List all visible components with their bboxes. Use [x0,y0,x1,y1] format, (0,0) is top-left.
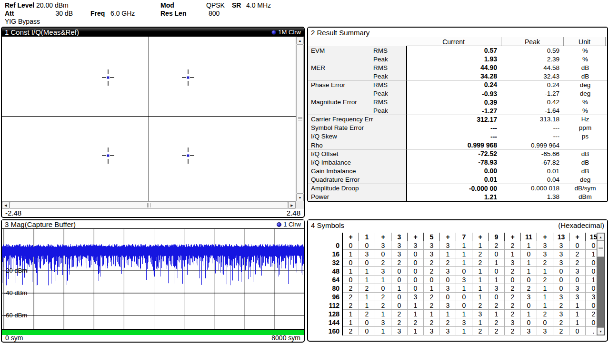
result-current-value: 1.93 [407,55,502,63]
symbol-cell: 3 [408,293,424,301]
ref-level-value[interactable]: 20.00 dBm [36,1,69,9]
scroll-up-icon[interactable]: ▲ [597,233,604,241]
symbol-cell: 1 [440,310,456,318]
symbols-window-titlebar[interactable]: 4 Symbols (Hexadecimal) [308,220,607,230]
result-peak-value: -1.64 [502,107,563,114]
result-unit: % [563,107,607,114]
res-len-label[interactable]: Res Len [160,10,186,17]
const-vertical-scrollbar[interactable]: ▲ ▼ [296,37,304,201]
symbol-cell: 2 [391,310,408,318]
symbol-cell: 3 [537,250,553,258]
const-x-axis [2,116,296,117]
symbols-col-header: 9 [489,233,505,241]
symbols-corner-cell [311,233,342,241]
result-row: Peak-0.93-1.27deg [308,89,607,98]
symbols-window: 4 Symbols (Hexadecimal) +1+3+5+7+9+11+13… [307,219,608,342]
const-vscroll-thumb[interactable] [296,44,304,194]
result-peak-value: 2.39 [502,56,563,63]
result-row: Quadrature Error0.010.04deg [308,175,607,184]
freq-label[interactable]: Freq [90,10,105,17]
symbols-col-header: 7 [456,233,472,241]
symbol-cell: 1 [342,310,359,318]
att-value[interactable]: 30 dB [36,10,73,17]
result-param-name: I/Q Skew [308,133,373,140]
thumb-grip-icon [298,117,302,121]
result-current-value: 0.24 [407,81,502,89]
ref-level-label[interactable]: Ref Level [5,1,34,9]
symbols-table-body: 0003333311221330016130303112010332132002… [311,241,602,335]
symbol-cell: 0 [440,275,456,284]
const-trace-legend[interactable]: 1M Clrw [271,29,301,36]
mag-plot-area[interactable]: -20 dBm-40 dBm-60 dBm [2,229,304,329]
symbols-row: 161303031120103321 [311,250,602,258]
symbol-cell: 0 [505,275,521,284]
result-param-name: I/Q Offset [308,150,373,157]
scroll-right-icon[interactable]: ▶ [288,202,296,209]
result-summary-titlebar[interactable]: 2 Result Summary [308,28,607,37]
mod-label[interactable]: Mod [160,1,174,9]
symbol-cell: 2 [342,327,359,335]
symbol-cell: 1 [375,327,391,335]
result-unit: dB [563,73,607,80]
mag-trace [2,229,304,329]
symbols-scrollbar[interactable]: ▲ ▼ [597,233,605,335]
result-peak-value: 0.04 [502,176,563,183]
result-summary-header: Current Peak Unit [308,37,607,46]
sr-label[interactable]: SR [232,1,241,9]
symbols-header-row: +1+3+5+7+9+11+13+15 [311,233,602,241]
result-param-name: Rho [308,142,373,149]
result-param-name: I/Q Imbalance [308,159,373,166]
res-len-value[interactable]: 800 [209,10,220,17]
result-unit: dB [563,159,607,166]
scroll-up-icon[interactable]: ▲ [296,37,304,44]
symbol-cell: 3 [553,293,569,301]
constellation-point [180,146,197,165]
symbol-cell: 3 [440,284,456,293]
result-current-value: 1.21 [407,193,502,201]
result-values: 44.9044.58dB [406,63,607,72]
symbol-cell: 1 [489,310,505,318]
symbols-row-index: 112 [311,301,342,310]
result-row: EVMRMS0.570.59% [308,46,607,55]
symbol-cell: 1 [489,258,505,267]
symbol-cell: 3 [375,318,391,327]
result-current-value: 0.00 [407,167,502,175]
result-peak-value: 0.000 018 [502,185,563,192]
mag-window-titlebar[interactable]: 3 Mag(Capture Buffer) 1 Clrw [2,220,304,229]
scroll-down-icon[interactable]: ▼ [296,194,304,201]
symbol-cell: 1 [472,284,489,293]
const-plot-area[interactable] [2,37,296,201]
symbol-cell: 1 [521,258,537,267]
const-window-titlebar[interactable]: 1 Const I/Q(Meas&Ref) 1M Clrw [2,28,304,37]
result-peak-value: 0.59 [502,47,563,54]
symbol-cell: 1 [359,267,375,275]
mod-value[interactable]: QPSK [206,1,225,9]
mag-trace-legend[interactable]: 1 Clrw [277,221,301,228]
symbols-col-header: + [505,233,521,241]
const-iq-window: 1 Const I/Q(Meas&Ref) 1M Clrw ▲ ▼ ◀ ▶ -2… [1,27,305,218]
symbols-col-header: + [342,233,359,241]
result-values: 1.211.38dBm [406,193,607,201]
symbol-cell: 0 [359,327,375,335]
symbol-cell: 0 [569,327,586,335]
symbol-cell: 3 [440,327,456,335]
column-header-unit: Unit [563,37,606,46]
att-label[interactable]: Att [5,10,14,17]
const-trace-label: 1M Clrw [278,29,301,36]
result-row: Power1.211.38dBm [308,193,607,201]
scroll-down-icon[interactable]: ▼ [597,327,604,335]
freq-value[interactable]: 6.0 GHz [110,10,135,17]
const-hscroll-thumb[interactable] [10,202,288,209]
symbol-cell: 0 [489,267,505,275]
result-values: 0.390.42% [406,98,607,107]
scroll-left-icon[interactable]: ◀ [2,202,10,209]
symbols-row-index: 128 [311,310,342,318]
result-unit: dB [563,150,607,157]
symbols-scroll-thumb[interactable] [597,241,604,257]
const-horizontal-scrollbar[interactable]: ◀ ▶ [2,201,296,209]
sr-value[interactable]: 4.0 MHz [246,1,271,9]
result-param-subname: Peak [373,90,406,97]
symbol-cell: 2 [440,318,456,327]
symbol-cell: 2 [553,318,569,327]
symbol-cell: 1 [391,284,408,293]
